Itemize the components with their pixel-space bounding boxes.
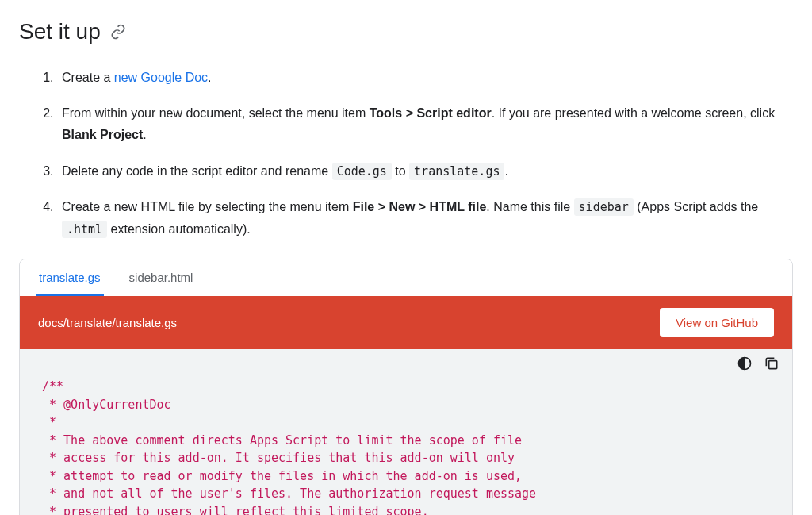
code-filename: sidebar [574, 198, 634, 216]
code-header-bar: docs/translate/translate.gs View on GitH… [20, 296, 792, 349]
theme-toggle-icon[interactable] [737, 356, 753, 371]
code-sample-widget: translate.gs sidebar.html docs/translate… [19, 259, 793, 515]
tab-sidebar-html[interactable]: sidebar.html [126, 259, 197, 296]
code-tabs: translate.gs sidebar.html [20, 259, 792, 296]
steps-list: Create a new Google Doc. From within you… [19, 67, 793, 240]
list-item: Create a new Google Doc. [57, 67, 793, 88]
list-item: Create a new HTML file by selecting the … [57, 196, 793, 240]
code-content: /** * @OnlyCurrentDoc * * The above comm… [20, 371, 792, 515]
code-ext: .html [62, 221, 107, 238]
copy-icon[interactable] [764, 356, 779, 371]
menu-path: Tools > Script editor [370, 106, 492, 120]
code-toolbar [20, 349, 792, 371]
code-filename: Code.gs [332, 163, 392, 180]
view-on-github-button[interactable]: View on GitHub [660, 308, 774, 337]
list-item: Delete any code in the script editor and… [57, 160, 793, 183]
menu-path: File > New > HTML file [353, 200, 487, 213]
code-file-path: docs/translate/translate.gs [38, 316, 177, 329]
code-filename: translate.gs [409, 163, 504, 180]
svg-rect-0 [769, 361, 777, 369]
tab-translate-gs[interactable]: translate.gs [36, 259, 104, 296]
list-item: From within your new document, select th… [57, 102, 793, 145]
page-heading: Set it up [19, 19, 101, 44]
new-doc-link[interactable]: new Google Doc [114, 71, 208, 84]
anchor-link-icon[interactable] [110, 24, 126, 40]
blank-project: Blank Project [62, 128, 143, 141]
